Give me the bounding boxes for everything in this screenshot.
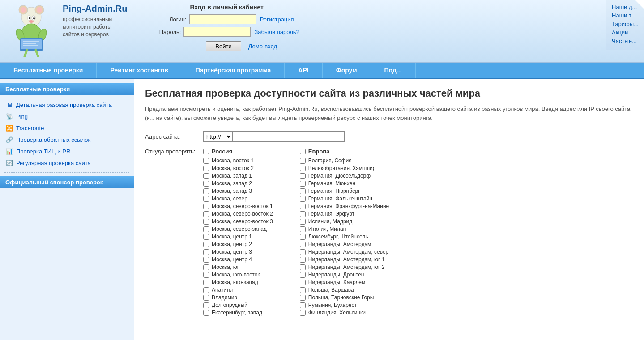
forgot-link[interactable]: Забыли пароль? <box>254 29 299 35</box>
login-btn-row: Войти Демо-вход <box>206 41 277 51</box>
url-input-area: http:// https:// ftp:// <box>203 131 345 142</box>
protocol-select[interactable]: http:// https:// ftp:// <box>203 131 233 142</box>
location-checkbox[interactable] <box>203 295 209 301</box>
location-checkbox[interactable] <box>203 257 209 263</box>
svg-point-7 <box>29 17 30 19</box>
location-checkbox[interactable] <box>300 264 306 270</box>
check-item: Люксембург, Штейнсель <box>300 234 389 240</box>
sidebar-item-detailed-check[interactable]: 🖥 Детальная разовая проверка сайта <box>0 99 134 110</box>
location-checkbox[interactable] <box>300 181 306 187</box>
location-checkbox[interactable] <box>300 188 306 194</box>
nav-forum[interactable]: Форум <box>323 63 371 78</box>
check-item: Москва, запад 3 <box>203 188 273 194</box>
location-checkbox[interactable] <box>203 211 209 217</box>
sidebar-item-regular-check[interactable]: 🔄 Регулярная проверка сайта <box>0 157 134 169</box>
location-checkbox[interactable] <box>300 196 306 202</box>
location-checkbox[interactable] <box>203 302 209 308</box>
register-link[interactable]: Регистрация <box>260 16 294 23</box>
location-checkbox[interactable] <box>300 211 306 217</box>
location-checkbox[interactable] <box>203 226 209 232</box>
location-checkbox[interactable] <box>300 242 306 247</box>
location-checkbox[interactable] <box>300 234 306 240</box>
location-checkbox[interactable] <box>300 173 306 179</box>
nav-partner-program[interactable]: Партнёрская программа <box>182 63 285 78</box>
location-checkbox[interactable] <box>203 188 209 194</box>
check-item: Германия, Фалькенштайн <box>300 196 389 202</box>
location-checkbox[interactable] <box>203 158 209 164</box>
europe-group-checkbox[interactable] <box>300 149 306 154</box>
nav-api[interactable]: API <box>285 63 322 78</box>
address-row: Адрес сайта: http:// https:// ftp:// <box>145 131 633 142</box>
url-text-input[interactable] <box>233 131 345 142</box>
right-nav-link-4[interactable]: Акции... <box>612 29 639 36</box>
location-checkbox[interactable] <box>300 287 306 293</box>
location-checkbox[interactable] <box>203 196 209 202</box>
nav-more[interactable]: Под... <box>371 63 416 78</box>
nav-hosting-rating[interactable]: Рейтинг хостингов <box>97 63 182 78</box>
login-button[interactable]: Войти <box>206 41 241 51</box>
location-checkbox[interactable] <box>300 257 306 263</box>
location-checkbox[interactable] <box>203 287 209 293</box>
location-checkbox[interactable] <box>203 264 209 270</box>
location-checkbox[interactable] <box>203 219 209 225</box>
content-area: Бесплатные проверки 🖥 Детальная разовая … <box>0 79 644 340</box>
location-checkbox[interactable] <box>300 158 306 164</box>
check-item: Германия, Эрфурт <box>300 211 389 217</box>
nav-free-checks[interactable]: Бесплатные проверки <box>0 63 97 78</box>
svg-point-9 <box>29 20 34 23</box>
password-row: Пароль: Забыли пароль? <box>154 27 299 37</box>
svg-line-19 <box>36 50 38 56</box>
right-nav-link-5[interactable]: Частые... <box>612 38 639 44</box>
europe-group-title: Европа <box>300 148 389 155</box>
site-title-area: Ping-Admin.Ru профессиональный мониторин… <box>63 4 127 38</box>
sidebar-item-tiz-pr[interactable]: 📊 Проверка ТИЦ и PR <box>0 145 134 157</box>
site-subtitle: профессиональный мониторинг работы сайто… <box>63 16 127 38</box>
location-checkbox[interactable] <box>300 272 306 278</box>
location-checkbox[interactable] <box>203 166 209 171</box>
check-item: Москва, центр 2 <box>203 241 273 247</box>
location-checkbox[interactable] <box>300 310 306 316</box>
sidebar-item-ping[interactable]: 📡 Ping <box>0 110 134 122</box>
location-checkbox[interactable] <box>203 280 209 285</box>
refresh-icon: 🔄 <box>5 159 13 167</box>
from-label: Откуда проверять: <box>145 148 203 155</box>
svg-line-18 <box>25 50 27 56</box>
location-checkbox[interactable] <box>300 226 306 232</box>
sidebar-header: Бесплатные проверки <box>0 83 134 95</box>
location-checkbox[interactable] <box>300 280 306 285</box>
russia-group-title: Россия <box>203 148 273 155</box>
location-checkbox[interactable] <box>203 310 209 316</box>
location-checkbox[interactable] <box>203 272 209 278</box>
check-item: Польша, Варшава <box>300 287 389 293</box>
address-label: Адрес сайта: <box>145 133 203 140</box>
check-item: Владимир <box>203 294 273 301</box>
sidebar-label-traceroute: Traceroute <box>16 125 44 132</box>
location-checkbox[interactable] <box>203 173 209 179</box>
location-checkbox[interactable] <box>300 204 306 209</box>
link-icon: 🔗 <box>5 136 13 144</box>
location-checkbox[interactable] <box>203 249 209 255</box>
demo-link[interactable]: Демо-вход <box>248 43 277 50</box>
location-checkbox[interactable] <box>203 181 209 187</box>
main-content: Бесплатная проверка доступности сайта из… <box>134 79 644 340</box>
location-checkbox[interactable] <box>203 234 209 240</box>
traceroute-icon: 🔀 <box>5 124 13 132</box>
sidebar-item-traceroute[interactable]: 🔀 Traceroute <box>0 122 134 134</box>
russia-group-checkbox[interactable] <box>203 149 209 154</box>
location-checkbox[interactable] <box>203 242 209 247</box>
right-nav-link-1[interactable]: Наши д... <box>612 4 639 10</box>
sidebar-item-backlinks[interactable]: 🔗 Проверка обратных ссылок <box>0 134 134 145</box>
location-checkbox[interactable] <box>300 295 306 301</box>
location-checkbox[interactable] <box>300 166 306 171</box>
check-item: Апатиты <box>203 287 273 293</box>
location-checkbox[interactable] <box>300 219 306 225</box>
right-nav: Наши д... Наши т... Тарифы... Акции... Ч… <box>606 0 644 50</box>
right-nav-link-2[interactable]: Наши т... <box>612 12 639 19</box>
sidebar-divider <box>4 172 129 173</box>
location-checkbox[interactable] <box>203 204 209 209</box>
right-nav-link-3[interactable]: Тарифы... <box>612 21 639 27</box>
location-checkbox[interactable] <box>300 302 306 308</box>
password-input[interactable] <box>183 27 251 37</box>
location-checkbox[interactable] <box>300 249 306 255</box>
login-input[interactable] <box>189 14 256 24</box>
